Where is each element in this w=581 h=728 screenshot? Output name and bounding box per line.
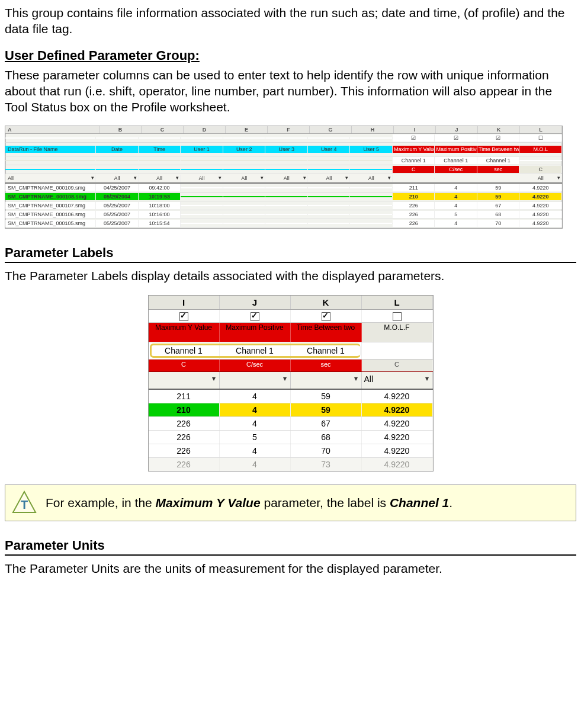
checkbox-icon[interactable] [322, 312, 330, 321]
table-row: SM_CMPTRNAME_000108.smg05/29/200410:19:5… [5, 193, 562, 201]
table-row: 2264734.9220 [149, 458, 433, 471]
column-letters-row: A BCDEFGHIJKL [5, 126, 562, 134]
note-text: For example, in the Maximum Y Value para… [46, 496, 452, 510]
filter-row[interactable]: All AllAllAllAllAllAllAllAll [5, 174, 562, 184]
table-row: SM_CMPTRNAME_000105.smg05/25/200710:15:5… [5, 219, 562, 228]
tip-icon: T [11, 490, 37, 516]
table-row: 2114594.9220 [149, 390, 433, 403]
header-row: DataRun - File Name Date Time User 1 Use… [5, 143, 562, 156]
table-row: SM_CMPTRNAME_000107.smg05/25/200710:18:0… [5, 201, 562, 210]
intro-paragraph: This group contains file information ass… [5, 5, 576, 37]
checkbox-icon[interactable] [393, 312, 402, 321]
table-row: SM_CMPTRNAME_000109.smg04/25/200709:42:0… [5, 184, 562, 193]
spreadsheet-screenshot-2: IJKL Maximum Y ValueMaximum PositiveTime… [148, 295, 434, 472]
parameter-units-row: CC/secsecC [149, 360, 433, 372]
table-row: 2104594.9220 [149, 403, 433, 417]
spreadsheet-screenshot-1: A BCDEFGHIJKL ☑☑☑☐ DataRun - File Name D… [5, 126, 563, 229]
filter-row[interactable]: All [149, 372, 433, 390]
table-row: 2264674.9220 [149, 417, 433, 431]
user-defined-parameter-group-paragraph: These parameter columns can be used to e… [5, 67, 576, 116]
parameter-label-row: Channel 1Channel 1Channel 1 [149, 342, 433, 360]
units-row: CC/secsecC [5, 165, 562, 174]
checkbox-icon[interactable] [179, 312, 188, 321]
column-letters-row: IJKL [149, 296, 433, 310]
parameter-labels-paragraph: The Parameter Labels display details ass… [5, 268, 576, 284]
checkbox-icon[interactable] [251, 312, 259, 321]
table-row: 2265684.9220 [149, 431, 433, 444]
channel-row: Channel 1 Channel 1 Channel 1 [5, 156, 562, 165]
parameter-labels-heading: Parameter Labels [5, 245, 576, 263]
table-row: SM_CMPTRNAME_000106.smg05/25/200710:16:0… [5, 210, 562, 219]
parameter-units-paragraph: The Parameter Units are the units of mea… [5, 560, 576, 576]
parameter-units-heading: Parameter Units [5, 538, 576, 556]
table-row: 2264704.9220 [149, 444, 433, 458]
checkbox-row[interactable] [149, 310, 433, 323]
user-defined-parameter-group-heading: User Defined Parameter Group: [5, 48, 576, 63]
parameter-name-row: Maximum Y ValueMaximum PositiveTime Betw… [149, 323, 433, 342]
svg-text:T: T [21, 498, 28, 511]
note-callout: T For example, in the Maximum Y Value pa… [5, 485, 576, 521]
checkbox-row: ☑☑☑☐ [5, 134, 562, 143]
